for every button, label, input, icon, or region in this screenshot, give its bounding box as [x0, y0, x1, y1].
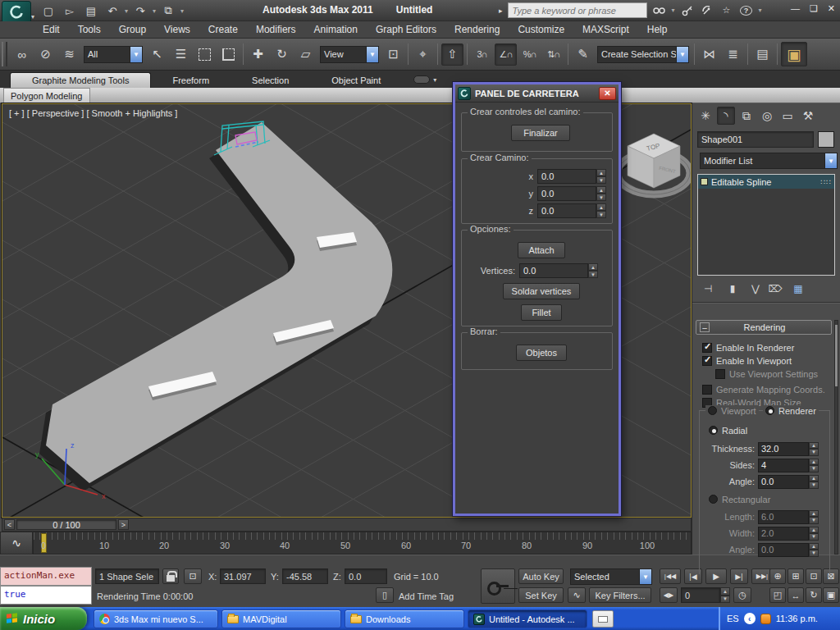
- zoom-region-button[interactable]: [769, 587, 786, 603]
- favorites-star-icon[interactable]: ☆: [719, 3, 734, 18]
- next-frame-button[interactable]: >: [118, 519, 129, 530]
- time-slider-display[interactable]: 0 / 100: [16, 519, 116, 530]
- auto-key-button[interactable]: Auto Key: [518, 568, 564, 584]
- tray-app-icon[interactable]: [760, 614, 771, 624]
- taskbar-item-mavdigital[interactable]: MAVDigital: [221, 609, 341, 628]
- viewport-label[interactable]: [ + ] [ Perspective ] [ Smooth + Highlig…: [9, 108, 177, 118]
- current-frame-field[interactable]: 0: [681, 587, 720, 603]
- menu-maxscript[interactable]: MAXScript: [582, 24, 629, 35]
- remove-modifier-button[interactable]: [766, 281, 784, 297]
- chevron-down-icon[interactable]: ▼: [676, 47, 688, 62]
- select-by-name-button[interactable]: [170, 43, 192, 66]
- pin-stack-button[interactable]: [699, 281, 717, 297]
- app-menu-button[interactable]: [2, 1, 31, 23]
- chevron-down-icon[interactable]: ▼: [130, 47, 142, 62]
- maxscript-listener-line2[interactable]: true: [0, 586, 92, 605]
- start-button[interactable]: Inicio: [0, 607, 87, 630]
- chevron-down-icon[interactable]: ▼: [824, 153, 837, 168]
- toolbar-drag-handle[interactable]: [2, 42, 7, 66]
- search-icon[interactable]: [652, 3, 667, 18]
- infocenter-flyout-icon[interactable]: ▸: [499, 7, 503, 15]
- length-field[interactable]: 6.0: [758, 510, 809, 524]
- new-scene-button[interactable]: [39, 2, 57, 19]
- ribbon-tab-object-paint[interactable]: Object Paint: [310, 73, 402, 88]
- dialog-titlebar[interactable]: PANEL DE CARRETERA ✕: [455, 84, 619, 103]
- timeline-ruler[interactable]: 0 10 20 30 40 50 60 70 80 90 100: [33, 532, 692, 555]
- chevron-down-icon[interactable]: ▼: [639, 569, 651, 584]
- ribbon-minimize-icon[interactable]: [413, 75, 430, 84]
- menu-tools[interactable]: Tools: [78, 24, 101, 35]
- checkbox-enable-in-renderer[interactable]: Enable In Renderer: [702, 342, 794, 354]
- tray-language-indicator[interactable]: ES: [727, 614, 739, 623]
- checkbox-generate-mapping-coords[interactable]: Generate Mapping Coords.: [702, 384, 825, 395]
- go-to-start-button[interactable]: [660, 568, 681, 584]
- menu-customize[interactable]: Customize: [518, 24, 564, 35]
- absolute-offset-toggle-button[interactable]: [184, 568, 202, 584]
- snaps-toggle-button[interactable]: [471, 43, 493, 66]
- tray-clock[interactable]: 11:36 p.m.: [776, 614, 818, 623]
- close-button[interactable]: ✕: [828, 3, 835, 14]
- tab-hierarchy[interactable]: [737, 107, 756, 125]
- default-in-out-tangents-button[interactable]: [568, 587, 586, 603]
- x-path-field[interactable]: 0.0: [537, 169, 596, 184]
- viewcube[interactable]: TOP FRONT: [618, 134, 690, 194]
- checkbox-icon[interactable]: [702, 343, 712, 353]
- show-end-result-button[interactable]: [724, 281, 742, 297]
- select-object-button[interactable]: [146, 43, 168, 66]
- set-keys-button[interactable]: [481, 568, 515, 604]
- mirror-button[interactable]: [698, 43, 720, 66]
- previous-frame-button[interactable]: <: [4, 519, 15, 530]
- stack-item-editable-spline[interactable]: Editable Spline ∷∷: [698, 175, 834, 189]
- tab-utilities[interactable]: [799, 107, 817, 125]
- angle-spinner[interactable]: ▲▼: [809, 475, 819, 489]
- vertices-field[interactable]: 0.0: [519, 263, 588, 278]
- y-path-spinner[interactable]: ▲▼: [596, 186, 606, 201]
- project-dropdown-icon[interactable]: [180, 7, 184, 15]
- use-pivot-point-button[interactable]: [382, 43, 404, 66]
- radio-icon[interactable]: [765, 406, 774, 415]
- ribbon-options-arrow-icon[interactable]: ▾: [433, 76, 436, 84]
- tab-create[interactable]: [696, 107, 714, 125]
- vertices-spinner[interactable]: ▲▼: [588, 263, 598, 278]
- ribbon-tab-selection[interactable]: Selection: [231, 73, 310, 88]
- panel-de-carretera-dialog[interactable]: PANEL DE CARRETERA ✕ Crear controles del…: [453, 82, 621, 516]
- x-coordinate-field[interactable]: 31.097: [220, 568, 266, 584]
- checkbox-use-viewport-settings[interactable]: Use Viewport Settings: [715, 368, 818, 380]
- undo-dropdown-icon[interactable]: [125, 7, 128, 15]
- thickness-field[interactable]: 32.0: [758, 442, 809, 456]
- restore-button[interactable]: ❏: [810, 3, 818, 14]
- keyboard-override-toggle-button[interactable]: [441, 43, 463, 66]
- radio-radial[interactable]: Radial: [709, 425, 747, 436]
- communication-center-icon[interactable]: [700, 3, 714, 18]
- reference-coordinate-dropdown[interactable]: View ▼: [320, 46, 379, 63]
- y-coordinate-field[interactable]: -45.58: [282, 568, 328, 584]
- sides-spinner[interactable]: ▲▼: [809, 459, 819, 472]
- maximize-viewport-toggle-button[interactable]: [823, 587, 839, 603]
- menu-animation[interactable]: Animation: [314, 24, 358, 35]
- dialog-close-button[interactable]: ✕: [599, 87, 616, 100]
- frame-spinner[interactable]: ▲▼: [720, 587, 730, 603]
- ribbon-panel-polygon-modeling[interactable]: Polygon Modeling: [3, 88, 90, 103]
- checkbox-enable-in-viewport[interactable]: Enable In Viewport: [702, 355, 792, 367]
- menu-modifiers[interactable]: Modifiers: [256, 24, 296, 35]
- menu-graph-editors[interactable]: Graph Editors: [376, 24, 436, 35]
- sides-field[interactable]: 4: [758, 459, 809, 472]
- language-bar-button[interactable]: [592, 610, 614, 628]
- save-file-button[interactable]: [82, 2, 100, 19]
- window-crossing-toggle-button[interactable]: [217, 43, 240, 66]
- redo-button[interactable]: [131, 2, 149, 19]
- thickness-spinner[interactable]: ▲▼: [809, 442, 819, 456]
- ribbon-tab-freeform[interactable]: Freeform: [151, 73, 231, 88]
- chevron-down-icon[interactable]: ▼: [366, 47, 378, 62]
- tray-collapse-chevron-icon[interactable]: ‹: [744, 613, 756, 624]
- app-menu-arrow-icon[interactable]: ▾: [31, 13, 34, 21]
- checkbox-icon[interactable]: [702, 356, 712, 366]
- z-path-field[interactable]: 0.0: [537, 203, 596, 218]
- select-and-rotate-button[interactable]: [271, 43, 293, 66]
- spinner-snap-toggle-button[interactable]: [542, 43, 564, 66]
- selection-filter-dropdown[interactable]: All ▼: [84, 46, 143, 63]
- set-key-button[interactable]: Set Key: [518, 587, 564, 603]
- angle-field[interactable]: 0.0: [758, 475, 809, 489]
- mini-curve-editor-button[interactable]: [0, 532, 33, 555]
- menu-edit[interactable]: Edit: [43, 24, 60, 35]
